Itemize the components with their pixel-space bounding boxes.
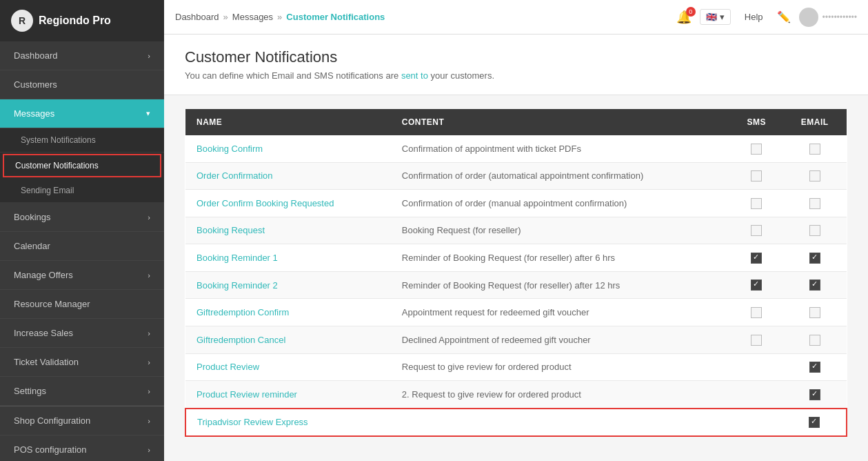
row-name[interactable]: Order Confirm Booking Requested bbox=[185, 190, 391, 217]
edit-icon[interactable]: ✏️ bbox=[777, 10, 791, 23]
row-name[interactable]: Booking Request bbox=[185, 217, 391, 244]
row-email[interactable] bbox=[783, 353, 847, 381]
sidebar-nav-manage-offers[interactable]: Manage Offers› bbox=[0, 261, 164, 290]
sidebar-subitem-customer-notifications[interactable]: Customer Notifications bbox=[3, 154, 161, 177]
table-row[interactable]: Giftredemption ConfirmAppointment reques… bbox=[185, 299, 847, 326]
table-row[interactable]: Order Confirm Booking RequestedConfirmat… bbox=[185, 190, 847, 217]
row-content: Booking Request (for reseller) bbox=[391, 217, 730, 244]
row-name[interactable]: Giftredemption Confirm bbox=[185, 299, 391, 326]
breadcrumb-dashboard[interactable]: Dashboard bbox=[175, 12, 219, 22]
language-selector[interactable]: 🇬🇧 ▾ bbox=[700, 9, 731, 25]
sidebar-nav-increase-sales[interactable]: Increase Sales› bbox=[0, 319, 164, 348]
email-checkbox-empty[interactable] bbox=[809, 198, 820, 209]
row-content bbox=[391, 409, 730, 437]
sidebar-nav-calendar[interactable]: Calendar bbox=[0, 232, 164, 261]
sms-checkbox-empty[interactable] bbox=[751, 225, 762, 236]
row-name[interactable]: Product Review reminder bbox=[185, 381, 391, 409]
email-checkbox-empty[interactable] bbox=[809, 335, 820, 346]
row-email[interactable] bbox=[783, 299, 847, 326]
logo-icon: R bbox=[11, 10, 33, 32]
table-row[interactable]: Product Review reminder2. Request to giv… bbox=[185, 381, 847, 409]
email-checkbox-empty[interactable] bbox=[809, 144, 820, 155]
sidebar-bottom-nav: Shop Configuration›POS configuration› bbox=[0, 406, 164, 461]
nav-label-settings: Settings bbox=[14, 386, 46, 396]
sidebar-nav-settings[interactable]: Settings› bbox=[0, 377, 164, 406]
sidebar-nav-shop-configuration[interactable]: Shop Configuration› bbox=[0, 406, 164, 435]
sms-checkbox-empty[interactable] bbox=[751, 198, 762, 209]
row-email[interactable] bbox=[783, 409, 847, 437]
row-name[interactable]: Booking Reminder 1 bbox=[185, 244, 391, 272]
row-email[interactable] bbox=[783, 190, 847, 217]
sidebar: R Regiondo Pro Dashboard›CustomersMessag… bbox=[0, 0, 164, 461]
email-checkbox-checked[interactable] bbox=[809, 253, 820, 264]
row-email[interactable] bbox=[783, 135, 847, 162]
email-checkbox-empty[interactable] bbox=[809, 225, 820, 236]
sms-checkbox-empty[interactable] bbox=[751, 307, 762, 318]
chevron-icon: › bbox=[148, 271, 150, 279]
sms-checkbox-empty[interactable] bbox=[751, 170, 762, 182]
row-sms[interactable] bbox=[730, 162, 783, 190]
table-row[interactable]: Order ConfirmationConfirmation of order … bbox=[185, 162, 847, 190]
row-name[interactable]: Order Confirmation bbox=[185, 162, 391, 190]
row-name[interactable]: Tripadvisor Review Express bbox=[185, 409, 391, 437]
row-sms[interactable] bbox=[730, 409, 783, 437]
email-checkbox-checked[interactable] bbox=[809, 279, 820, 291]
row-name[interactable]: Giftredemption Cancel bbox=[185, 326, 391, 353]
col-sms: SMS bbox=[730, 109, 783, 135]
sidebar-nav-pos-configuration[interactable]: POS configuration› bbox=[0, 435, 164, 461]
row-email[interactable] bbox=[783, 381, 847, 409]
row-sms[interactable] bbox=[730, 299, 783, 326]
email-checkbox-empty[interactable] bbox=[809, 307, 820, 318]
notifications-table-container: NAME CONTENT SMS EMAIL Booking ConfirmCo… bbox=[164, 95, 868, 451]
row-sms[interactable] bbox=[730, 217, 783, 244]
row-email[interactable] bbox=[783, 271, 847, 299]
row-email[interactable] bbox=[783, 162, 847, 190]
row-name[interactable]: Product Review bbox=[185, 353, 391, 381]
table-row[interactable]: Booking RequestBooking Request (for rese… bbox=[185, 217, 847, 244]
sms-checkbox-empty[interactable] bbox=[751, 144, 762, 155]
subnav-label-customer-notifications: Customer Notifications bbox=[15, 161, 99, 170]
sidebar-nav-customers[interactable]: Customers bbox=[0, 70, 164, 99]
breadcrumb-messages[interactable]: Messages bbox=[232, 12, 273, 22]
sms-checkbox-empty[interactable] bbox=[751, 335, 762, 346]
row-sms[interactable] bbox=[730, 190, 783, 217]
row-email[interactable] bbox=[783, 326, 847, 353]
row-sms[interactable] bbox=[730, 135, 783, 162]
email-checkbox-empty[interactable] bbox=[809, 170, 820, 182]
sidebar-subitem-sending-email[interactable]: Sending Email bbox=[0, 179, 164, 203]
table-row[interactable]: Product ReviewRequest to give review for… bbox=[185, 353, 847, 381]
row-email[interactable] bbox=[783, 217, 847, 244]
email-checkbox-checked[interactable] bbox=[809, 389, 820, 400]
row-name[interactable]: Booking Confirm bbox=[185, 135, 391, 162]
sms-checkbox-checked[interactable] bbox=[751, 279, 762, 291]
row-name[interactable]: Booking Reminder 2 bbox=[185, 271, 391, 299]
table-row[interactable]: Booking ConfirmConfirmation of appointme… bbox=[185, 135, 847, 162]
row-email[interactable] bbox=[783, 244, 847, 272]
chevron-icon: › bbox=[148, 387, 150, 395]
table-row[interactable]: Giftredemption CancelDeclined Appointmen… bbox=[185, 326, 847, 353]
sidebar-nav-ticket-validation[interactable]: Ticket Validation› bbox=[0, 348, 164, 377]
email-checkbox-checked[interactable] bbox=[809, 417, 820, 428]
help-button[interactable]: Help bbox=[739, 9, 769, 25]
row-sms[interactable] bbox=[730, 244, 783, 272]
sidebar-nav-dashboard[interactable]: Dashboard› bbox=[0, 41, 164, 70]
table-row[interactable]: Booking Reminder 2Reminder of Booking Re… bbox=[185, 271, 847, 299]
sidebar-subitem-system-notifications[interactable]: System Notifications bbox=[0, 128, 164, 153]
email-checkbox-checked[interactable] bbox=[809, 362, 820, 373]
notification-bell[interactable]: 🔔 0 bbox=[676, 10, 692, 25]
chevron-icon: › bbox=[148, 358, 150, 366]
table-row[interactable]: Booking Reminder 1Reminder of Booking Re… bbox=[185, 244, 847, 272]
row-sms[interactable] bbox=[730, 353, 783, 381]
sidebar-nav-resource-manager[interactable]: Resource Manager bbox=[0, 290, 164, 319]
sidebar-nav-bookings[interactable]: Bookings› bbox=[0, 203, 164, 232]
row-sms[interactable] bbox=[730, 271, 783, 299]
col-email: EMAIL bbox=[783, 109, 847, 135]
row-sms[interactable] bbox=[730, 326, 783, 353]
row-sms[interactable] bbox=[730, 381, 783, 409]
table-row[interactable]: Tripadvisor Review Express bbox=[185, 409, 847, 437]
row-content: Confirmation of order (manual appointmen… bbox=[391, 190, 730, 217]
row-content: Request to give review for ordered produ… bbox=[391, 353, 730, 381]
sidebar-nav-messages[interactable]: Messages▾ bbox=[0, 99, 164, 128]
user-menu[interactable]: •••••••••••• bbox=[799, 8, 857, 27]
sms-checkbox-checked[interactable] bbox=[751, 253, 762, 264]
